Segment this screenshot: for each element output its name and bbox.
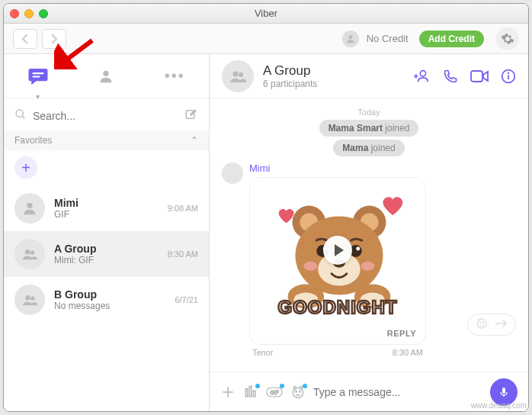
svg-rect-45 [245,388,248,396]
group-avatar-icon [14,239,45,269]
user-avatar-icon [342,31,359,47]
chat-item-a-group[interactable]: A Group Mimi: GIF 8:30 AM [4,231,209,277]
chat-list: Mimi GIF 9:08 AM A Group Mimi: GIF 8:30 … [4,185,209,411]
titlebar: Viber [4,4,528,24]
chat-preview: No messages [54,301,165,311]
search-input[interactable] [33,110,178,122]
emoji-button[interactable] [290,384,306,400]
chat-item-b-group[interactable]: B Group No messages 6/7/21 [4,277,209,323]
svg-point-16 [420,70,425,76]
participants-label: 6 participants [263,79,405,89]
svg-rect-3 [32,72,43,74]
chat-item-mimi[interactable]: Mimi GIF 9:08 AM [4,185,209,231]
svg-point-9 [27,203,32,208]
toolbar: No Credit Add Credit [4,24,528,54]
chat-preview: Mimi: GIF [54,255,159,265]
sender-avatar-icon [222,162,243,184]
chat-title: A Group [263,63,405,79]
day-separator: Today [222,108,516,117]
message-input[interactable] [313,386,482,398]
svg-rect-46 [249,386,252,396]
svg-point-54 [300,391,301,392]
video-call-button[interactable] [470,69,489,84]
add-credit-button[interactable]: Add Credit [419,31,484,47]
message-reactions[interactable] [467,314,516,336]
voice-call-button[interactable] [443,69,458,84]
add-participant-button[interactable] [414,68,431,85]
svg-point-32 [356,247,360,251]
tab-contacts[interactable] [92,63,120,90]
sender-name: Mimi [249,162,461,174]
group-avatar-icon [222,60,254,92]
favorites-label: Favorites [14,135,52,146]
sidebar-tabs: ▾ ••• [4,54,209,98]
svg-point-12 [25,295,30,300]
svg-point-42 [482,322,483,323]
group-avatar-icon [14,285,45,315]
window-minimize-button[interactable] [24,9,34,18]
forward-icon[interactable] [495,317,508,332]
svg-point-11 [30,250,34,255]
svg-text:GIF: GIF [270,390,278,395]
svg-point-41 [479,322,480,323]
chat-preview: GIF [54,209,159,220]
chevron-up-icon: ⌃ [191,135,198,146]
svg-point-51 [293,386,296,388]
chat-time: 6/7/21 [175,295,198,304]
chevron-down-icon: ▾ [36,92,40,101]
add-favorite-button[interactable]: + [14,156,37,179]
like-icon[interactable] [476,317,488,332]
sidebar: ▾ ••• Favorites ⌃ + [4,54,210,411]
svg-rect-47 [253,391,255,396]
reply-button[interactable]: REPLY [250,323,425,344]
chat-time: 9:08 AM [168,204,198,213]
nav-back-button[interactable] [13,29,37,49]
gif-caption: GOODNIGHT [250,297,425,318]
svg-point-6 [16,110,23,117]
info-button[interactable] [501,69,516,84]
attach-button[interactable] [220,384,236,400]
svg-point-5 [104,70,109,76]
messages-area: Today Mama Smart joined Mama joined Mimi [210,98,528,372]
system-message: Mama joined [333,140,404,156]
nav-forward-button[interactable] [42,29,66,49]
watermark: www.deuaq.com [471,401,527,410]
svg-rect-55 [502,388,505,394]
search-icon [14,108,27,124]
message-row: Mimi [222,162,516,357]
svg-point-35 [361,262,375,271]
svg-point-14 [233,71,239,76]
system-message: Mama Smart joined [319,120,419,137]
tab-chats[interactable]: ▾ [24,63,52,90]
svg-rect-19 [471,71,482,82]
tab-more[interactable]: ••• [161,63,188,90]
svg-point-22 [508,72,509,73]
chat-panel: A Group 6 participants [210,54,528,411]
gif-button[interactable]: GIF [266,384,283,400]
svg-line-7 [22,116,24,118]
person-avatar-icon [14,193,45,224]
window-title: Viber [4,8,528,19]
compose-button[interactable] [184,108,198,124]
svg-point-34 [303,262,317,271]
window-maximize-button[interactable] [39,9,48,18]
svg-point-13 [30,296,34,301]
svg-point-40 [477,319,486,328]
svg-rect-4 [32,76,40,77]
chat-header: A Group 6 participants [210,54,528,98]
gif-message[interactable]: GOODNIGHT REPLY [249,177,426,345]
chat-time: 8:30 AM [168,249,198,259]
svg-point-15 [239,72,243,77]
chat-name: B Group [54,288,165,301]
svg-point-53 [296,391,297,392]
svg-point-0 [348,35,352,39]
settings-button[interactable] [496,27,519,50]
window-close-button[interactable] [10,9,19,18]
favorites-header[interactable]: Favorites ⌃ [4,130,209,150]
svg-point-10 [25,249,30,254]
message-time: 8:30 AM [393,348,423,357]
stickers-button[interactable] [243,384,258,400]
play-icon[interactable] [323,236,352,265]
chat-name: A Group [54,243,159,255]
chat-name: Mimi [54,197,159,209]
